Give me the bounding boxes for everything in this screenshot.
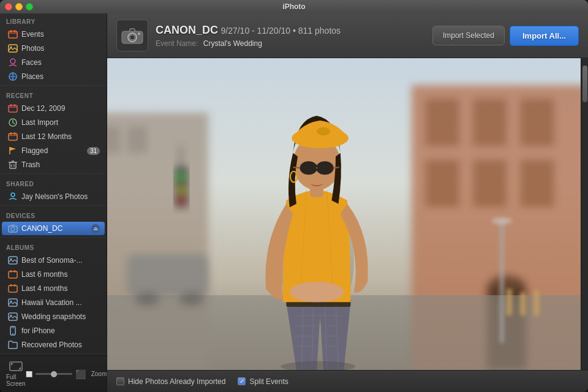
hide-photos-checkbox[interactable] [116,377,124,385]
sidebar-item-flagged[interactable]: Flagged 31 [2,144,105,157]
sidebar-label-trash: Trash [21,160,100,169]
trash-icon [8,160,18,170]
svg-rect-10 [10,104,12,107]
svg-rect-63 [500,221,504,343]
svg-rect-19 [10,162,16,168]
svg-rect-57 [425,160,459,207]
divider-1 [0,85,107,86]
camera-icon-container [116,20,148,51]
calendar-icon [8,104,18,113]
flagged-badge: 31 [87,147,100,155]
photo-scene [107,58,581,370]
split-events-checkbox[interactable]: ✓ [238,377,246,385]
sidebar-scroll[interactable]: LIBRARY Events Photos [0,13,107,355]
bottom-toolbar: Hide Photos Already Imported ✓ Split Eve… [107,370,588,392]
svg-rect-15 [10,132,12,135]
devices-header: DEVICES [0,208,107,221]
faces-icon [8,58,18,67]
svg-line-95 [334,167,339,168]
sidebar-label-recovered-photos: Recovered Photos [21,341,100,349]
sidebar-label-best-of-sonoma: Best of Sonoma-... [21,256,100,265]
photos-icon [8,43,18,53]
svg-rect-1 [10,30,12,32]
event-name-row: Event Name: Crystal's Wedding [156,39,425,48]
sidebar-item-hawaii-vacation[interactable]: Hawaii Vacation ... [2,296,105,309]
photo-and-scroll [107,58,588,370]
svg-point-75 [179,292,204,306]
sidebar-label-wedding-snapshots: Wedding snapshots [21,312,100,321]
sidebar-item-last-6-months[interactable]: Last 6 months [2,268,105,281]
vertical-scrollbar[interactable] [581,58,588,370]
sidebar-item-best-of-sonoma[interactable]: Best of Sonoma-... [2,254,105,267]
maximize-button[interactable] [26,3,33,10]
event-name-value: Crystal's Wedding [203,39,262,48]
sidebar-item-jay-nelson[interactable]: Jay Nelson's Photos [2,190,105,203]
svg-rect-67 [533,290,539,315]
sidebar-label-flagged: Flagged [21,146,87,155]
import-selected-button[interactable]: Import Selected [432,26,505,45]
sidebar-item-places[interactable]: Places [2,70,105,83]
zoom-label: Zoom [91,371,107,377]
sidebar-item-canon-dc[interactable]: CANON_DC ⏏ [2,222,105,235]
sidebar-item-wedding-snapshots[interactable]: Wedding snapshots [2,310,105,323]
hide-photos-label: Hide Photos Already Imported [128,377,225,386]
divider-2 [0,173,107,174]
svg-rect-4 [9,45,17,52]
scrollbar-thumb[interactable] [582,66,587,102]
svg-rect-37 [9,313,17,320]
sidebar-item-last-import[interactable]: Last Import [2,116,105,129]
sidebar-label-last-6-months: Last 6 months [21,270,100,279]
svg-marker-44 [18,367,21,369]
full-screen-button[interactable]: Full Screen [6,361,26,387]
events-icon [8,29,18,39]
camera-icon [121,26,144,45]
import-all-button[interactable]: Import All... [510,26,579,46]
album-icon-4 [8,312,18,322]
svg-rect-30 [10,270,12,273]
sidebar-item-for-iphone[interactable]: for iPhone [2,324,105,337]
checkmark-icon: ✓ [239,378,244,385]
minimize-button[interactable] [15,3,23,10]
svg-rect-51 [107,126,120,153]
library-header: LIBRARY [0,13,107,27]
svg-marker-43 [11,363,13,366]
import-header: CANON_DC 9/27/10 - 11/20/10 • 811 photos… [107,13,588,58]
full-screen-label: Full Screen [6,374,26,387]
hide-photos-checkbox-item[interactable]: Hide Photos Already Imported [116,377,225,386]
sidebar-item-faces[interactable]: Faces [2,56,105,69]
svg-point-40 [12,333,13,334]
sidebar-item-last-12-months[interactable]: Last 12 Months [2,130,105,143]
sidebar-item-dec2009[interactable]: Dec 12, 2009 [2,102,105,115]
sidebar-item-recovered-photos[interactable]: Recovered Photos [2,338,105,352]
titlebar: iPhoto [0,0,588,13]
svg-rect-33 [10,284,12,287]
content-right: CANON_DC 9/27/10 - 11/20/10 • 811 photos… [107,13,588,392]
split-events-checkbox-item[interactable]: ✓ Split Events [238,377,288,386]
svg-point-90 [317,127,330,135]
sidebar-item-photos[interactable]: Photos [2,42,105,55]
iphoto-window: iPhoto LIBRARY Events Photos [0,0,588,392]
svg-point-6 [10,59,15,64]
svg-point-70 [177,186,185,194]
sidebar-label-hawaii-vacation: Hawaii Vacation ... [21,298,100,307]
zoom-slider[interactable] [36,373,72,375]
sidebar-item-last-4-months[interactable]: Last 4 months [2,282,105,295]
window-controls [5,3,33,10]
svg-rect-66 [520,292,526,316]
svg-rect-31 [14,270,15,273]
album-icon-3 [8,298,18,307]
split-events-label: Split Events [249,377,288,386]
device-dates: 9/27/10 - 11/20/10 • 811 photos [221,27,341,36]
folder-icon [8,340,18,350]
svg-point-24 [11,193,15,197]
sidebar-item-events[interactable]: Events [2,28,105,41]
sidebar: LIBRARY Events Photos [0,13,107,392]
import-buttons: Import Selected Import All... [432,26,579,46]
sidebar-label-jay-nelson: Jay Nelson's Photos [21,192,100,201]
sidebar-label-photos: Photos [21,44,100,53]
svg-rect-9 [9,105,17,112]
svg-point-91 [300,161,318,175]
close-button[interactable] [5,3,12,10]
sidebar-item-trash[interactable]: Trash [2,158,105,172]
eject-button[interactable]: ⏏ [91,224,100,233]
